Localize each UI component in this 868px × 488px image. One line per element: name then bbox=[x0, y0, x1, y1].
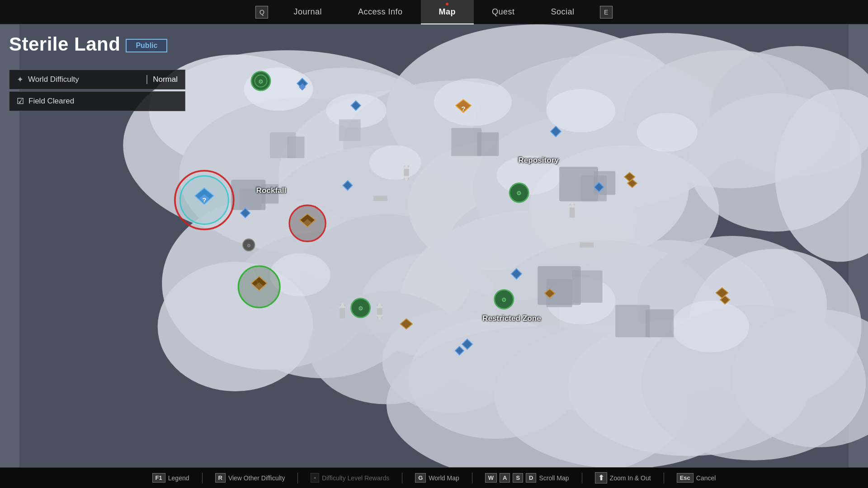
g-key: G bbox=[415, 473, 426, 483]
separator-3 bbox=[402, 473, 402, 483]
notification-dot bbox=[446, 3, 448, 5]
difficulty-icon: ✦ bbox=[17, 75, 24, 84]
svg-rect-50 bbox=[339, 119, 361, 141]
difficulty-label: World Difficulty bbox=[28, 75, 141, 84]
bottom-bar: F1 Legend R View Other Difficulty ▪ Diff… bbox=[0, 467, 868, 488]
view-difficulty-label: View Other Difficulty bbox=[228, 474, 285, 482]
a-key: A bbox=[500, 473, 510, 483]
svg-text:⚙: ⚙ bbox=[516, 190, 522, 197]
f1-key: F1 bbox=[152, 473, 165, 483]
scroll-map-label: Scroll Map bbox=[539, 474, 569, 482]
svg-text:Repository: Repository bbox=[518, 155, 559, 164]
separator-4 bbox=[472, 473, 472, 483]
d-key: D bbox=[526, 473, 536, 483]
svg-rect-49 bbox=[287, 136, 304, 158]
e-key-nav[interactable]: E bbox=[593, 0, 620, 24]
checkmark-icon: ☑ bbox=[17, 96, 24, 106]
left-panel: Sterile Land Public ✦ World Difficulty N… bbox=[0, 24, 194, 120]
svg-text:Rockfall: Rockfall bbox=[256, 186, 286, 195]
svg-point-42 bbox=[637, 113, 698, 152]
zoom-label: Zoom In & Out bbox=[610, 474, 651, 482]
world-title: Sterile Land bbox=[9, 33, 120, 55]
svg-point-47 bbox=[671, 300, 749, 352]
svg-text:⚙: ⚙ bbox=[501, 296, 507, 303]
checkbox-key: ▪ bbox=[311, 473, 319, 483]
field-cleared-text: Field Cleared bbox=[28, 97, 74, 106]
svg-point-40 bbox=[434, 78, 512, 126]
separator-2 bbox=[297, 473, 298, 483]
svg-rect-104 bbox=[580, 242, 594, 247]
world-map-control[interactable]: G World Map bbox=[415, 473, 459, 483]
legend-control[interactable]: F1 Legend bbox=[152, 473, 189, 483]
svg-text:?: ? bbox=[202, 196, 206, 204]
svg-rect-62 bbox=[615, 305, 650, 338]
svg-text:⚙: ⚙ bbox=[258, 78, 264, 85]
legend-label: Legend bbox=[168, 474, 189, 482]
e-key-badge: E bbox=[600, 6, 613, 19]
svg-rect-58 bbox=[594, 171, 615, 195]
svg-rect-60 bbox=[572, 270, 603, 303]
esc-key: Esc bbox=[677, 473, 693, 483]
nav-item-social[interactable]: Social bbox=[533, 0, 593, 24]
separator-1 bbox=[202, 473, 203, 483]
svg-rect-96 bbox=[373, 196, 387, 201]
world-map-label: World Map bbox=[429, 474, 459, 482]
public-badge: Public bbox=[126, 39, 167, 52]
cancel-label: Cancel bbox=[696, 474, 716, 482]
difficulty-rewards-control: ▪ Difficulty Level Rewards bbox=[311, 473, 389, 483]
svg-rect-63 bbox=[646, 309, 674, 337]
nav-item-journal[interactable]: Journal bbox=[275, 0, 340, 24]
separator-5 bbox=[582, 473, 582, 483]
scroll-map-control[interactable]: W A S D Scroll Map bbox=[485, 473, 569, 483]
difficulty-value: Normal bbox=[153, 75, 178, 84]
field-cleared-row: ☑ Field Cleared bbox=[9, 91, 185, 111]
difficulty-rewards-label: Difficulty Level Rewards bbox=[322, 474, 389, 482]
w-key: W bbox=[485, 473, 497, 483]
svg-rect-54 bbox=[451, 128, 481, 156]
nav-item-map[interactable]: Map bbox=[421, 0, 474, 24]
svg-text:Restricted Zone: Restricted Zone bbox=[482, 314, 541, 323]
svg-text:⚙: ⚙ bbox=[247, 243, 251, 248]
svg-point-41 bbox=[546, 89, 615, 132]
world-difficulty-row: ✦ World Difficulty Normal bbox=[9, 70, 185, 89]
svg-point-43 bbox=[369, 145, 421, 179]
top-navigation: Q Journal Access Info Map Quest Social E bbox=[0, 0, 868, 24]
s-key: S bbox=[513, 473, 523, 483]
zoom-key: ⬆ bbox=[595, 472, 607, 483]
r-key: R bbox=[215, 473, 226, 483]
q-key-nav[interactable]: Q bbox=[248, 0, 275, 24]
svg-rect-55 bbox=[477, 132, 499, 156]
view-difficulty-control[interactable]: R View Other Difficulty bbox=[215, 473, 285, 483]
svg-text:⚙: ⚙ bbox=[358, 305, 363, 312]
nav-items-container: Q Journal Access Info Map Quest Social E bbox=[248, 0, 619, 24]
row-separator bbox=[146, 75, 147, 84]
zoom-control[interactable]: ⬆ Zoom In & Out bbox=[595, 472, 651, 483]
svg-text:?: ? bbox=[461, 105, 465, 113]
cancel-control[interactable]: Esc Cancel bbox=[677, 473, 716, 483]
nav-item-access-info[interactable]: Access Info bbox=[340, 0, 421, 24]
nav-item-quest[interactable]: Quest bbox=[474, 0, 533, 24]
q-key-badge: Q bbox=[255, 6, 268, 19]
separator-6 bbox=[664, 473, 664, 483]
